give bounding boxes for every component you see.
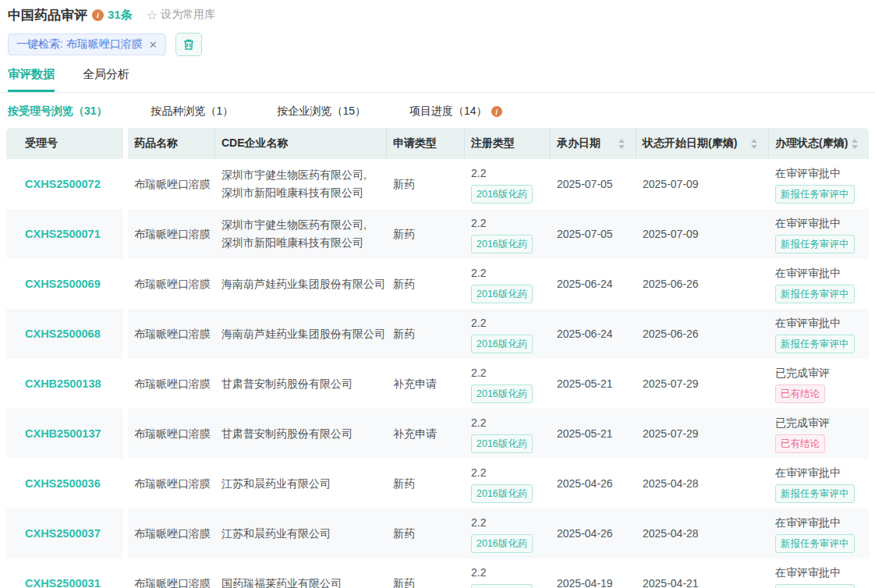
registration-type-value: 2.2 xyxy=(471,264,486,282)
status-cell: 在审评审批中 新报任务审评中 xyxy=(769,459,869,508)
sort-status[interactable] xyxy=(852,139,858,149)
table-row: CXHS2500036 布瑞哌唑口溶膜 江苏和晨药业有限公司 新药 2.2 20… xyxy=(6,459,869,508)
cde-company-cell: 江苏和晨药业有限公司 xyxy=(215,459,387,508)
title-info-icon[interactable]: i xyxy=(92,9,104,21)
status-badge: 已有结论 xyxy=(775,384,825,404)
subtab-by-acceptance-number[interactable]: 按受理号浏览（31） xyxy=(8,104,108,119)
status-text: 在审评审批中 xyxy=(775,314,841,332)
drug-name-cell: 布瑞哌唑口溶膜 xyxy=(128,558,215,588)
subtab-by-company[interactable]: 按企业浏览（15） xyxy=(277,104,366,119)
status-badge: 新报任务审评中 xyxy=(775,335,855,354)
status-text: 已完成审评 xyxy=(775,364,830,382)
status-badge: 新报任务审评中 xyxy=(775,235,855,254)
sub-tabs: 按受理号浏览（31） 按品种浏览（1） 按企业浏览（15） 项目进度（14） i xyxy=(0,93,875,128)
set-favorite-button[interactable]: ☆ 设为常用库 xyxy=(147,8,215,23)
tab-global-analysis[interactable]: 全局分析 xyxy=(83,67,129,92)
search-filter-tag[interactable]: 一键检索: 布瑞哌唑口溶膜 ✕ xyxy=(8,34,166,55)
status-badge: 新报任务审评中 xyxy=(775,584,855,588)
acceptance-number-link[interactable]: CXHB2500137 xyxy=(25,425,101,443)
registration-type-value: 2.2 xyxy=(471,165,486,182)
drug-name-cell: 布瑞哌唑口溶膜 xyxy=(128,359,215,409)
col-header-acceptance-date-label: 承办日期 xyxy=(557,136,600,151)
registration-badge: 2016版化药 xyxy=(471,235,533,254)
status-start-date-cell: 2025-04-28 xyxy=(636,459,769,508)
tab-review-data[interactable]: 审评数据 xyxy=(8,67,55,92)
status-badge: 新报任务审评中 xyxy=(775,185,855,204)
drug-name-cell: 布瑞哌唑口溶膜 xyxy=(128,508,215,558)
drug-name-cell: 布瑞哌唑口溶膜 xyxy=(128,259,215,309)
acceptance-number-link[interactable]: CXHS2500072 xyxy=(25,175,101,193)
status-cell: 在审评审批中 新报任务审评中 xyxy=(769,508,869,558)
cde-company-cell: 深圳市宇健生物医药有限公司,深圳市新阳唯康科技有限公司 xyxy=(215,159,387,209)
star-icon: ☆ xyxy=(147,8,158,23)
status-badge: 新报任务审评中 xyxy=(775,484,855,504)
status-cell: 在审评审批中 新报任务审评中 xyxy=(769,159,869,209)
sort-acceptance-date[interactable] xyxy=(618,139,625,149)
status-start-date-cell: 2025-07-29 xyxy=(636,359,769,409)
registration-type-value: 2.2 xyxy=(471,364,486,382)
col-header-cde-company: CDE企业名称 xyxy=(215,128,387,159)
filter-bar: 一键检索: 布瑞哌唑口溶膜 ✕ xyxy=(0,23,875,56)
progress-info-icon[interactable]: i xyxy=(491,106,502,117)
status-badge: 已有结论 xyxy=(775,434,825,454)
col-header-application-type: 申请类型 xyxy=(387,128,465,159)
cde-company-cell: 海南葫芦娃药业集团股份有限公司 xyxy=(215,259,387,309)
registration-badge: 2016版化药 xyxy=(471,534,533,554)
drug-name-cell: 布瑞哌唑口溶膜 xyxy=(128,459,215,508)
acceptance-number-link[interactable]: CXHS2500031 xyxy=(25,575,101,588)
status-start-date-cell: 2025-07-09 xyxy=(636,159,769,209)
acceptance-date-cell: 2025-04-26 xyxy=(551,508,636,558)
set-favorite-label: 设为常用库 xyxy=(161,8,215,22)
table-row: CXHS2500068 布瑞哌唑口溶膜 海南葫芦娃药业集团股份有限公司 新药 2… xyxy=(6,309,869,359)
cde-company-cell: 深圳市宇健生物医药有限公司,深圳市新阳唯康科技有限公司 xyxy=(215,209,387,259)
drug-name-cell: 布瑞哌唑口溶膜 xyxy=(128,209,215,259)
application-type-cell: 补充申请 xyxy=(387,359,465,409)
trash-icon xyxy=(182,38,195,51)
subtab-project-progress[interactable]: 项目进度（14） i xyxy=(409,104,502,119)
registration-type-value: 2.2 xyxy=(471,414,486,432)
clear-filters-button[interactable] xyxy=(175,33,202,56)
col-header-status-start-date: 状态开始日期(摩熵) xyxy=(636,128,769,159)
col-header-registration-type: 注册类型 xyxy=(465,128,551,159)
acceptance-number-cell: CXHS2500071 xyxy=(6,209,123,259)
status-cell: 在审评审批中 新报任务审评中 xyxy=(769,309,869,359)
registration-type-cell: 2.2 2016版化药 xyxy=(465,459,551,508)
close-icon[interactable]: ✕ xyxy=(149,40,158,50)
col-header-acceptance-number: 受理号 xyxy=(6,128,123,159)
application-type-cell: 新药 xyxy=(387,209,465,259)
page-title: 中国药品审评 xyxy=(8,6,87,24)
application-type-cell: 新药 xyxy=(387,309,465,359)
status-start-date-cell: 2025-06-26 xyxy=(636,259,769,309)
acceptance-date-cell: 2025-06-24 xyxy=(551,259,636,309)
drug-name-cell: 布瑞哌唑口溶膜 xyxy=(128,309,215,359)
registration-type-cell: 2.2 2016版化药 xyxy=(465,508,551,558)
table-header: 受理号 药品名称 CDE企业名称 申请类型 注册类型 承办日期 状态开始日期(摩… xyxy=(6,128,869,159)
acceptance-number-link[interactable]: CXHB2500138 xyxy=(25,375,101,393)
table-body: CXHS2500072 布瑞哌唑口溶膜 深圳市宇健生物医药有限公司,深圳市新阳唯… xyxy=(6,159,869,588)
subtab-by-variety[interactable]: 按品种浏览（1） xyxy=(151,104,234,119)
status-cell: 已完成审评 已有结论 xyxy=(769,409,869,459)
registration-badge: 2016版化药 xyxy=(471,185,533,204)
main-tabs: 审评数据 全局分析 xyxy=(0,56,875,93)
status-text: 在审评审批中 xyxy=(775,214,841,232)
status-text: 在审评审批中 xyxy=(775,264,841,282)
registration-type-value: 2.2 xyxy=(471,514,486,532)
acceptance-number-link[interactable]: CXHS2500037 xyxy=(25,525,101,543)
acceptance-number-link[interactable]: CXHS2500071 xyxy=(25,225,101,243)
application-type-cell: 新药 xyxy=(387,459,465,508)
cde-company-cell: 国药瑞福莱药业有限公司 xyxy=(215,558,387,588)
cde-company-cell: 甘肃普安制药股份有限公司 xyxy=(215,409,387,459)
application-type-cell: 新药 xyxy=(387,558,465,588)
col-header-acceptance-date: 承办日期 xyxy=(551,128,636,159)
acceptance-number-link[interactable]: CXHS2500068 xyxy=(25,325,101,343)
sort-status-start-date[interactable] xyxy=(751,139,757,149)
application-type-cell: 补充申请 xyxy=(387,409,465,459)
registration-badge: 2016版化药 xyxy=(471,285,533,304)
acceptance-number-link[interactable]: CXHS2500069 xyxy=(25,275,101,293)
status-text: 在审评审批中 xyxy=(775,514,841,532)
acceptance-number-link[interactable]: CXHS2500036 xyxy=(25,475,101,493)
status-badge: 新报任务审评中 xyxy=(775,534,855,554)
acceptance-date-cell: 2025-04-26 xyxy=(551,459,636,508)
status-start-date-cell: 2025-04-28 xyxy=(636,508,769,558)
status-start-date-cell: 2025-04-21 xyxy=(636,558,769,588)
